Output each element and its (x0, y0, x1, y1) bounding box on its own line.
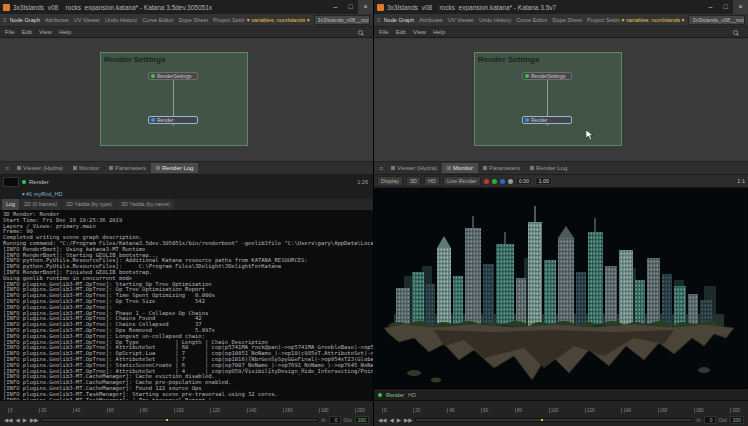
timeline-scrubber[interactable] (41, 418, 318, 422)
tabstrip-tab[interactable]: UV Viewer (448, 17, 474, 23)
search-icon[interactable] (733, 30, 738, 35)
render-settings-node[interactable]: RenderSettings (522, 72, 572, 80)
menu-item[interactable]: File (5, 29, 15, 35)
search-icon[interactable] (358, 30, 363, 35)
variables-dropdown[interactable]: ▾ variables: numIslands ▾ (620, 17, 687, 23)
catalog-subentry[interactable]: ▾ #1 myRnd_HD (0, 188, 373, 199)
tabstrip-tab[interactable]: Undo History (479, 17, 511, 23)
tab-render-log[interactable]: Render Log (151, 163, 198, 173)
variables-dropdown[interactable]: ▾ variables: numIslands ▾ (245, 17, 312, 23)
jump-start-button[interactable]: ◀◀ (4, 417, 12, 423)
titlebar[interactable]: 3x3Islands_v08__rocks_expansion.katana* … (374, 0, 748, 14)
document-tab[interactable]: 3x3Islands_v08__rocks_M (688, 15, 745, 25)
backdrop-node[interactable]: Render Settings (474, 52, 622, 146)
maximize-button[interactable]: □ (343, 0, 358, 14)
play-button[interactable]: ▶ (23, 417, 27, 423)
out-field[interactable]: 200 (355, 416, 369, 424)
in-field[interactable]: 0 (329, 416, 341, 424)
pane-menu-icon[interactable]: ≡ (5, 165, 9, 172)
zoom-level[interactable]: 1:1 (737, 178, 745, 184)
tab-monitor[interactable]: Monitor (442, 163, 478, 173)
tabstrip-tab[interactable]: UV Viewer (74, 17, 100, 23)
tabstrip-tab[interactable]: Dope Sheet (552, 17, 582, 23)
render-node[interactable]: Render (148, 116, 198, 124)
tab-monitor[interactable]: Monitor (68, 163, 104, 173)
menu-item[interactable]: Help (59, 29, 71, 35)
filter-3d-yadda[interactable]: 3D Yadda (by name) (117, 199, 174, 210)
channel-green-icon[interactable] (492, 179, 497, 184)
tab-viewer[interactable]: Viewer (Hydra) (386, 163, 442, 173)
tabs-menu-icon[interactable]: ≡ (3, 17, 7, 23)
document-tab[interactable]: 3x3Islands_v08__rocks_M (314, 15, 370, 25)
channel-red-icon[interactable] (484, 179, 489, 184)
close-button[interactable]: × (358, 0, 373, 14)
play-button[interactable]: ▶ (397, 417, 401, 423)
filter-2d-yadda[interactable]: 2D Yadda (by type) (62, 199, 116, 210)
menu-item[interactable]: File (379, 29, 389, 35)
step-back-button[interactable]: ◀ (389, 417, 393, 423)
node-status-led-icon (151, 118, 155, 122)
maximize-button[interactable]: □ (718, 0, 733, 14)
tab-parameters[interactable]: Parameters (104, 163, 151, 173)
minimize-button[interactable]: – (703, 0, 718, 14)
render-statusbar: Render HD (374, 388, 748, 400)
menu-item[interactable]: Help (433, 29, 445, 35)
render-settings-node[interactable]: RenderSettings (148, 72, 198, 80)
tabstrip-tab[interactable]: Attributes (45, 17, 69, 23)
menu-item[interactable]: Edit (22, 29, 32, 35)
minimize-button[interactable]: – (328, 0, 343, 14)
resolution-chip[interactable]: HD (424, 176, 440, 186)
live-render-button[interactable]: Live Render (443, 176, 481, 186)
node-graph-canvas[interactable]: Render Settings RenderSettings Render (0, 38, 373, 162)
filter-log[interactable]: Log (2, 199, 19, 210)
tabstrip-tab[interactable]: Project Settings (587, 17, 620, 23)
tabstrip-tab[interactable]: Curve Editor (516, 17, 547, 23)
close-button[interactable]: × (733, 0, 748, 14)
tabstrip-tab[interactable]: Node Graph (10, 17, 40, 23)
backdrop-node[interactable]: Render Settings (100, 52, 248, 146)
titlebar[interactable]: 3x3Islands_v08__rocks_expansion.katana* … (0, 0, 373, 14)
tabs-menu-icon[interactable]: ≡ (377, 17, 381, 23)
out-field[interactable]: 200 (730, 416, 744, 424)
node-graph-canvas[interactable]: Render Settings RenderSettings Render (374, 38, 748, 162)
jump-start-button[interactable]: ◀◀ (378, 417, 386, 423)
channel-blue-icon[interactable] (500, 179, 505, 184)
timeline-tick: 20 (39, 408, 46, 413)
tabstrip-tab[interactable]: Project Settings (213, 17, 245, 23)
channel-alpha-icon[interactable] (508, 179, 513, 184)
menu-item[interactable]: View (39, 29, 52, 35)
render-status-led-icon (22, 180, 26, 184)
tabstrip-tab[interactable]: Dope Sheet (178, 17, 208, 23)
tabstrip-tab[interactable]: Undo History (105, 17, 137, 23)
timeline-scrubber[interactable] (415, 418, 693, 422)
jump-end-button[interactable]: ▶▶ (30, 417, 38, 423)
menu-item[interactable]: Edit (396, 29, 406, 35)
timeline-tick: 80 (140, 408, 147, 413)
tabstrip-tab[interactable]: Node Graph (384, 17, 414, 23)
display-dropdown[interactable]: Display (377, 176, 403, 186)
render-log-output[interactable]: 3D Render: RenderStart Time: Fri Dec 19 … (0, 210, 373, 400)
catalog-entry[interactable]: Render 1:26 (0, 175, 373, 188)
jump-end-button[interactable]: ▶▶ (404, 417, 412, 423)
tab-icon (447, 166, 451, 170)
in-field[interactable]: 0 (704, 416, 716, 424)
tab-render-log[interactable]: Render Log (525, 163, 572, 173)
timeline-tick: 200 (355, 408, 365, 413)
tab-viewer[interactable]: Viewer (Hydra) (12, 163, 68, 173)
menu-item[interactable]: View (413, 29, 426, 35)
gamma-field[interactable]: 1.00 (535, 177, 552, 185)
tab-parameters[interactable]: Parameters (478, 163, 525, 173)
playhead[interactable] (166, 419, 168, 421)
playhead[interactable] (541, 419, 543, 421)
tabstrip-tab[interactable]: Curve Editor (142, 17, 173, 23)
tabstrip-tab[interactable]: Attributes (419, 17, 443, 23)
render-status-led-icon (378, 393, 382, 397)
view-mode-dropdown[interactable]: 3D (406, 176, 421, 186)
pane-menu-icon[interactable]: ≡ (379, 165, 383, 172)
step-back-button[interactable]: ◀ (15, 417, 19, 423)
panel-tabbar: ≡ Viewer (Hydra) Monitor Parameters Rend… (0, 162, 373, 175)
filter-2d-frames[interactable]: 2D (0 frames) (20, 199, 61, 210)
render-node[interactable]: Render (522, 116, 572, 124)
monitor-viewport[interactable] (374, 188, 748, 388)
exposure-field[interactable]: 0.00 (516, 177, 533, 185)
